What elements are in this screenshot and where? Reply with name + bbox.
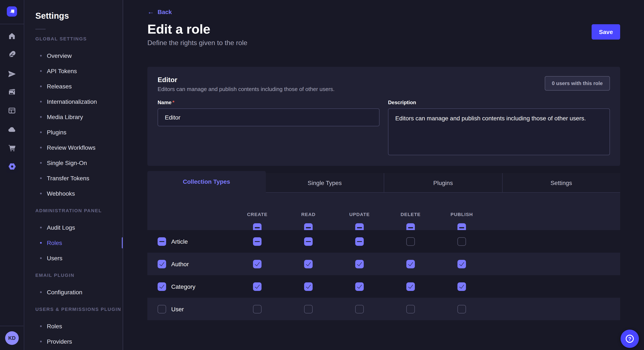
sidebar-item-up-roles[interactable]: Roles <box>25 319 123 334</box>
checkbox-user-delete[interactable] <box>406 305 415 313</box>
name-field-group: Name* <box>158 100 380 157</box>
checkbox-user-publish[interactable] <box>458 305 466 313</box>
back-link[interactable]: ← Back <box>147 8 172 15</box>
sidebar-item-media-library[interactable]: Media Library <box>25 109 123 125</box>
checkbox-author-update[interactable] <box>355 260 364 268</box>
checkbox-article-publish[interactable] <box>458 237 466 246</box>
checkbox-article-delete[interactable] <box>406 237 415 246</box>
permission-row-category: Category <box>147 275 620 298</box>
bullet-icon <box>40 227 42 228</box>
bullet-icon <box>40 147 42 149</box>
checkbox-author-delete[interactable] <box>406 260 415 268</box>
sidebar-item-admin-roles[interactable]: Roles <box>25 235 123 250</box>
layout-icon[interactable] <box>0 105 24 117</box>
logo-cell <box>0 0 24 24</box>
checkbox-user-create[interactable] <box>253 305 262 313</box>
home-icon[interactable] <box>0 30 24 42</box>
checkbox-category-publish[interactable] <box>458 282 466 291</box>
bullet-icon <box>40 131 42 133</box>
bullet-icon <box>40 242 42 244</box>
back-arrow-icon: ← <box>147 9 154 15</box>
nav-rail: KD <box>0 0 24 350</box>
strapi-logo[interactable] <box>7 6 17 16</box>
tab-collection-types[interactable]: Collection Types <box>147 171 266 193</box>
sidebar-item-single-sign-on[interactable]: Single Sign-On <box>25 155 123 171</box>
sidebar-item-label: Audit Logs <box>47 224 75 231</box>
row-checkbox-category[interactable] <box>158 282 166 291</box>
checkbox-author-read[interactable] <box>304 260 313 268</box>
row-label: User <box>171 306 184 312</box>
sidebar-item-overview[interactable]: Overview <box>25 48 123 63</box>
role-details-card: Editor Editors can manage and publish co… <box>147 67 620 166</box>
tab-plugins[interactable]: Plugins <box>384 173 502 193</box>
checkbox-article-update[interactable] <box>355 237 364 246</box>
paper-plane-icon[interactable] <box>0 68 24 80</box>
bullet-icon <box>40 341 42 342</box>
sidebar-item-releases[interactable]: Releases <box>25 79 123 94</box>
bullet-icon <box>40 291 42 293</box>
content-writer-icon[interactable] <box>0 48 24 60</box>
bullet-icon <box>40 70 42 72</box>
sidebar-item-plugins[interactable]: Plugins <box>25 125 123 140</box>
sidebar-item-review-workflows[interactable]: Review Workflows <box>25 140 123 155</box>
settings-icon[interactable] <box>6 160 19 173</box>
bullet-icon <box>40 325 42 327</box>
sidebar-item-label: Roles <box>47 323 62 330</box>
sidebar-item-internationalization[interactable]: Internationalization <box>25 94 123 109</box>
sidebar-item-label: Releases <box>47 83 72 90</box>
sidebar-item-label: API Tokens <box>47 68 77 74</box>
user-avatar[interactable]: KD <box>5 331 19 345</box>
tab-single-types[interactable]: Single Types <box>266 173 384 193</box>
strapi-admin-app: KD Settings GLOBAL SETTINGS Overview API… <box>0 0 644 350</box>
checkbox-author-publish[interactable] <box>458 260 466 268</box>
sidebar-title: Settings <box>35 11 123 21</box>
tab-settings[interactable]: Settings <box>502 173 620 193</box>
cloud-icon[interactable] <box>0 124 24 136</box>
checkbox-category-update[interactable] <box>355 282 364 291</box>
sidebar-item-admin-users[interactable]: Users <box>25 250 123 266</box>
row-checkbox-author[interactable] <box>158 260 166 268</box>
checkbox-article-read[interactable] <box>304 237 313 246</box>
checkbox-article-create[interactable] <box>253 237 262 246</box>
sidebar-item-webhooks[interactable]: Webhooks <box>25 186 123 201</box>
sidebar-item-audit-logs[interactable]: Audit Logs <box>25 220 123 235</box>
checkbox-user-update[interactable] <box>355 305 364 313</box>
bullet-icon <box>40 85 42 87</box>
section-label-users-permissions-plugin: USERS & PERMISSIONS PLUGIN <box>35 306 123 313</box>
description-input[interactable]: Editors can manage and publish contents … <box>388 108 610 155</box>
page-title: Edit a role <box>147 22 620 37</box>
bullet-icon <box>40 177 42 179</box>
sidebar-item-label: Overview <box>47 52 72 59</box>
row-label: Author <box>171 260 189 267</box>
sidebar-item-email-configuration[interactable]: Configuration <box>25 285 123 300</box>
users-permissions-list: Roles Providers <box>25 319 123 349</box>
sidebar-item-up-providers[interactable]: Providers <box>25 334 123 349</box>
section-label-email-plugin: EMAIL PLUGIN <box>35 272 123 279</box>
media-library-icon[interactable] <box>0 86 24 98</box>
permissions-panel: Collection Types Single Types Plugins Se… <box>147 171 620 320</box>
role-name-heading: Editor <box>158 76 610 84</box>
sidebar-item-label: Internationalization <box>47 98 97 105</box>
row-label: Category <box>171 283 196 290</box>
help-button[interactable]: ? <box>620 330 639 348</box>
name-input[interactable] <box>158 108 380 126</box>
users-count-badge[interactable]: 0 users with this role <box>544 76 610 91</box>
row-checkbox-user[interactable] <box>158 305 166 313</box>
checkbox-category-delete[interactable] <box>406 282 415 291</box>
row-checkbox-article[interactable] <box>158 237 166 246</box>
divider <box>0 326 24 326</box>
checkbox-user-read[interactable] <box>304 305 313 313</box>
sidebar-item-label: Transfer Tokens <box>47 175 89 181</box>
bullet-icon <box>40 193 42 194</box>
help-icon: ? <box>626 335 634 343</box>
sidebar-item-transfer-tokens[interactable]: Transfer Tokens <box>25 171 123 186</box>
marketplace-cart-icon[interactable] <box>0 142 24 154</box>
gear-icon <box>8 162 16 171</box>
checkbox-category-create[interactable] <box>253 282 262 291</box>
checkbox-author-create[interactable] <box>253 260 262 268</box>
bullet-icon <box>40 257 42 259</box>
sidebar-item-api-tokens[interactable]: API Tokens <box>25 63 123 79</box>
permission-row-article: Article <box>147 230 620 253</box>
checkbox-category-read[interactable] <box>304 282 313 291</box>
save-button[interactable]: Save <box>592 24 620 39</box>
